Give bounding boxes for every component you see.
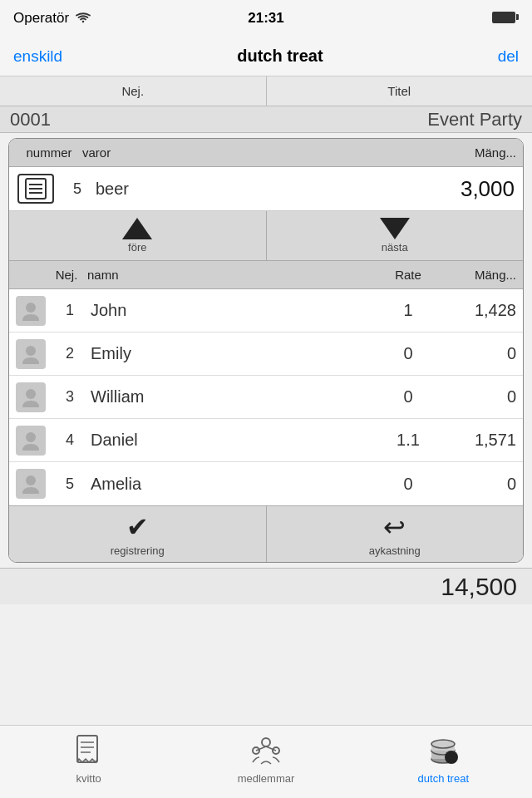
tab-item-kvitto[interactable]: kvitto — [0, 732, 177, 785]
check-icon: ✔ — [126, 511, 149, 543]
selected-item-row[interactable]: 5 beer 3,000 — [9, 167, 523, 211]
table-row[interactable]: 2 Emily 0 0 — [9, 332, 523, 376]
avatar — [16, 469, 46, 499]
total-row: 14,500 — [0, 568, 532, 604]
segment-tabs: Nej. Titel — [0, 76, 532, 106]
svg-point-23 — [445, 751, 458, 764]
person-rate: 0 — [375, 475, 441, 494]
tab-label-kvitto: kvitto — [76, 772, 101, 785]
avatar — [16, 426, 46, 456]
tab-item-dutch-treat[interactable]: dutch treat — [355, 732, 532, 785]
dutch-treat-icon — [425, 732, 461, 769]
ph-rate: Rate — [375, 268, 441, 282]
ph-mang: Mäng... — [441, 268, 516, 282]
person-num: 5 — [49, 475, 91, 493]
item-table-header: nummer varor Mäng... — [9, 139, 523, 167]
next-label: nästa — [382, 241, 408, 254]
nav-bar: enskild dutch treat del — [0, 37, 532, 76]
event-number: 0001 — [10, 109, 51, 131]
avatar — [16, 296, 46, 326]
person-name: John — [91, 301, 375, 320]
person-name: Amelia — [91, 475, 375, 494]
arrow-up-icon — [122, 218, 152, 239]
number-row: 0001 Event Party — [0, 106, 532, 133]
svg-point-6 — [26, 389, 36, 399]
item-list-icon — [17, 174, 54, 204]
status-bar: Operatör 21:31 — [0, 0, 532, 37]
register-button[interactable]: ✔ registrering — [9, 506, 267, 562]
nav-del-button[interactable]: del — [498, 47, 519, 66]
discard-label: aykastning — [369, 544, 421, 557]
person-name: Daniel — [91, 431, 375, 450]
person-rate: 1 — [375, 301, 441, 320]
discard-button[interactable]: ↩ aykastning — [267, 506, 524, 562]
prev-label: före — [128, 241, 146, 254]
person-rows-container: 1 John 1 1,428 2 Emily 0 0 3 — [9, 289, 523, 505]
carrier-label: Operatör — [13, 10, 69, 27]
segment-tab-nej[interactable]: Nej. — [0, 76, 267, 106]
wifi-icon — [76, 12, 91, 24]
status-bar-left: Operatör — [13, 10, 91, 27]
avatar — [16, 339, 46, 369]
svg-rect-9 — [77, 736, 97, 762]
svg-point-8 — [26, 475, 36, 485]
table-row[interactable]: 5 Amelia 0 0 — [9, 462, 523, 505]
back-icon: ↩ — [383, 511, 406, 543]
person-name: Emily — [91, 344, 375, 363]
svg-point-7 — [26, 432, 36, 442]
table-row[interactable]: 3 William 0 0 — [9, 376, 523, 419]
person-amount: 0 — [441, 475, 516, 494]
item-amount: 3,000 — [461, 176, 515, 202]
person-amount: 1,571 — [441, 431, 516, 450]
person-rate: 0 — [375, 387, 441, 406]
next-button[interactable]: nästa — [267, 211, 524, 260]
status-bar-right — [492, 12, 519, 26]
avatar — [16, 382, 46, 412]
total-value: 14,500 — [441, 573, 517, 601]
person-num: 1 — [49, 302, 91, 319]
navigation-arrows-row: före nästa — [9, 211, 523, 261]
table-row[interactable]: 4 Daniel 1.1 1,571 — [9, 419, 523, 462]
person-name: William — [91, 387, 375, 406]
event-name: Event Party — [427, 109, 522, 131]
person-num: 2 — [49, 345, 91, 362]
kvitto-icon — [71, 732, 107, 769]
ph-nej: Nej. — [46, 268, 87, 282]
svg-point-22 — [431, 740, 455, 748]
person-num: 4 — [49, 431, 91, 449]
nav-back-button[interactable]: enskild — [13, 47, 62, 66]
person-rate: 0 — [375, 344, 441, 363]
table-row[interactable]: 1 John 1 1,428 — [9, 289, 523, 332]
svg-point-4 — [26, 303, 36, 313]
col-header-mangd: Mäng... — [433, 145, 516, 160]
arrow-down-icon — [380, 218, 410, 239]
item-name: beer — [92, 180, 461, 199]
action-row: ✔ registrering ↩ aykastning — [9, 505, 523, 562]
tab-label-dutch-treat: dutch treat — [418, 772, 469, 785]
tab-item-medlemmar[interactable]: medlemmar — [177, 732, 354, 785]
tab-bar: kvitto medlemmar — [0, 725, 532, 798]
tab-label-medlemmar: medlemmar — [238, 772, 295, 785]
prev-button[interactable]: före — [9, 211, 267, 260]
person-num: 3 — [49, 388, 91, 406]
ph-namn: namn — [87, 268, 375, 282]
col-header-varor: varor — [82, 145, 433, 160]
nav-title: dutch treat — [237, 47, 323, 66]
register-label: registrering — [111, 544, 165, 557]
person-rate: 1.1 — [375, 431, 441, 450]
person-amount: 1,428 — [441, 301, 516, 320]
status-bar-time: 21:31 — [248, 10, 283, 27]
item-num: 5 — [62, 180, 92, 198]
svg-point-5 — [26, 346, 36, 356]
svg-point-13 — [262, 738, 270, 746]
segment-tab-titel[interactable]: Titel — [267, 76, 533, 106]
col-header-nummer: nummer — [16, 145, 82, 160]
person-amount: 0 — [441, 344, 516, 363]
battery-icon — [492, 12, 519, 23]
person-table-header: Nej. namn Rate Mäng... — [9, 261, 523, 289]
medlemmar-icon — [248, 732, 284, 769]
main-card: nummer varor Mäng... 5 beer 3,000 före — [8, 138, 524, 563]
person-amount: 0 — [441, 387, 516, 406]
